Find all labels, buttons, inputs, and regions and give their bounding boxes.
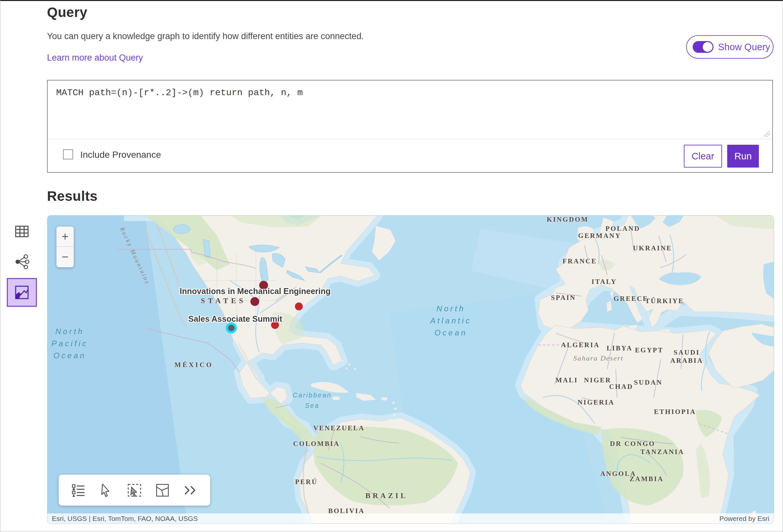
map-label-niger: NIGER [584,376,612,384]
select-by-rectangle-button[interactable] [126,482,143,499]
map-label-poland: POLAND [605,225,640,233]
results-map[interactable]: KINGDOMPOLANDGERMANYUKRAINEFRANCEITALYSP… [47,215,774,524]
map-point[interactable] [295,302,303,310]
window-top-border [0,0,783,1]
attribution-sources: Esri, USGS | Esri, TomTom, FAO, NOAA, US… [52,515,198,523]
results-section-title: Results [47,189,98,204]
map-label-caribbean-sea: Caribbean Sea [293,390,332,411]
map-label-angola: ANGOLA [600,470,636,478]
map-zoom-control: + − [57,227,74,267]
map-label-libya: LIBYA [606,344,633,353]
include-provenance-label: Include Provenance [80,149,161,160]
show-query-label: Show Query [718,42,770,53]
map-point[interactable] [251,297,259,306]
textarea-resize-grip-icon[interactable] [762,128,770,137]
sidebar-view-table-button[interactable] [15,225,29,239]
sidebar-view-map-button[interactable] [7,278,37,307]
map-label-france: FRANCE [562,257,597,265]
clear-button[interactable]: Clear [684,145,722,168]
map-label-sudan: SUDAN [634,378,662,387]
map-label-ethiopia: ETHIOPIA [654,408,696,416]
map-label-saudi-arabia: SAUDI ARABIA [670,348,703,365]
attribution-powered-by: Powered by Esri [719,515,769,523]
map-toolbar [59,475,210,506]
map-label-zambia: ZAMBIA [630,475,664,483]
map-label-t-rkiye: TÜRKIYE [645,297,684,305]
map-label-north-atlantic-ocean: North Atlantic Ocean [430,302,472,339]
query-text: MATCH path=(n)-[r*..2]->(m) return path,… [56,88,303,98]
map-label-spain: SPAIN [551,294,576,302]
toolbar-expand-button[interactable] [182,482,199,499]
query-textarea[interactable]: MATCH path=(n)-[r*..2]->(m) return path,… [48,80,772,139]
map-attribution: Esri, USGS | Esri, TomTom, FAO, NOAA, US… [47,513,774,524]
learn-more-link[interactable]: Learn more about Query [47,53,143,63]
map-point-selected[interactable] [228,325,234,331]
map-label-per: PERÚ [295,478,317,486]
map-event-label-innovations-in-mechanical-engineering: Innovations in Mechanical Engineering [180,287,331,296]
query-description: You can query a knowledge graph to ident… [47,31,364,41]
map-point[interactable] [271,321,279,329]
legend-icon [71,483,86,497]
map-label-north-pacific-ocean: North Pacific Ocean [52,325,88,362]
query-editor-footer: Include Provenance Clear Run [48,139,772,173]
map-label-tanzania: TANZANIA [640,448,684,456]
double-chevron-right-icon [183,485,197,496]
map-label-dr-congo: DR CONGO [610,440,655,448]
map-view-icon [14,285,29,300]
map-label-mali: MALI [555,376,578,384]
map-label-chad: CHAD [609,383,633,391]
toggle-switch-icon[interactable] [693,41,714,53]
polygon-select-icon [155,483,170,497]
map-label-brazil: BRAZIL [366,492,408,500]
map-label-m-xico: MÉXICO [175,361,213,369]
map-label-egypt: EGYPT [635,346,663,354]
map-label-sahara-desert: Sahara Desert [573,354,623,363]
map-label-greece: GREECE [614,295,649,303]
map-label-kingdom: KINGDOM [547,215,589,224]
query-section-title: Query [47,5,88,20]
map-label-colombia: COLOMBIA [293,440,340,448]
select-by-polygon-button[interactable] [154,482,171,499]
map-label-germany: GERMANY [578,232,621,240]
map-label-italy: ITALY [592,278,617,286]
map-label-rocky-mountains: Rocky Mountains [119,226,151,286]
cursor-icon [100,484,112,497]
knowledge-graph-query-page: Query You can query a knowledge graph to… [0,0,783,532]
sidebar-view-graph-button[interactable] [14,254,30,271]
rectangle-select-icon [127,483,142,497]
show-query-toggle[interactable]: Show Query [686,35,774,59]
query-editor-card: MATCH path=(n)-[r*..2]->(m) return path,… [47,80,773,173]
legend-button[interactable] [70,482,87,499]
map-label-algeria: ALGERIA [561,341,600,349]
map-point[interactable] [259,281,268,290]
run-button[interactable]: Run [727,145,759,168]
map-event-label-sales-associate-summit: Sales Associate Summit [188,314,282,324]
zoom-out-button[interactable]: − [57,247,74,267]
map-label-venezuela: VENEZUELA [313,424,365,432]
table-icon [15,225,29,238]
zoom-in-button[interactable]: + [57,227,74,247]
map-label-states: STATES [201,297,246,305]
map-label-ukraine: UKRAINE [633,244,672,252]
link-chart-icon [14,254,30,269]
map-label-nigeria: NIGERIA [577,398,614,406]
select-cursor-button[interactable] [98,482,115,499]
include-provenance-checkbox[interactable] [63,149,73,159]
